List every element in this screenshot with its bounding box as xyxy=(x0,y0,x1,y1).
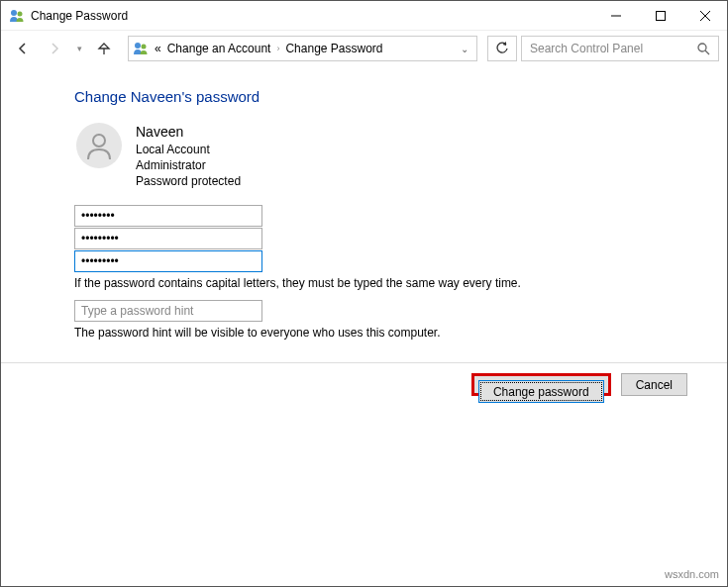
current-password-field[interactable] xyxy=(74,205,262,227)
chevron-right-icon: › xyxy=(276,44,279,53)
user-accounts-icon xyxy=(9,8,25,24)
svg-point-1 xyxy=(18,11,23,16)
password-hint-field[interactable] xyxy=(74,300,262,322)
svg-point-0 xyxy=(11,10,17,16)
forward-button[interactable] xyxy=(41,35,68,62)
new-password-field[interactable] xyxy=(74,228,262,249)
window: Change Password ▾ xyxy=(0,0,728,587)
svg-rect-3 xyxy=(656,11,665,20)
close-button[interactable] xyxy=(682,1,727,30)
up-button[interactable] xyxy=(90,35,118,62)
address-bar[interactable]: « Change an Account › Change Password ⌄ xyxy=(128,36,477,61)
footer-separator xyxy=(1,362,727,363)
svg-point-6 xyxy=(135,43,141,49)
user-role: Administrator xyxy=(136,157,241,173)
watermark: wsxdn.com xyxy=(665,568,719,580)
search-placeholder: Search Control Panel xyxy=(530,42,643,55)
maximize-button[interactable] xyxy=(638,1,682,30)
page-title: Change Naveen's password xyxy=(74,88,727,105)
search-icon xyxy=(697,43,710,55)
hint-note: The password hint will be visible to eve… xyxy=(74,326,727,340)
confirm-password-field[interactable] xyxy=(74,250,262,272)
back-button[interactable] xyxy=(9,35,37,62)
search-input[interactable]: Search Control Panel xyxy=(521,36,719,61)
user-info-block: Naveen Local Account Administrator Passw… xyxy=(76,123,727,189)
user-status: Password protected xyxy=(136,173,241,189)
change-password-button[interactable]: Change password xyxy=(478,380,604,403)
content-area: Change Naveen's password Naveen Local Ac… xyxy=(1,66,727,340)
avatar xyxy=(76,123,122,168)
window-title: Change Password xyxy=(31,9,128,23)
window-controls xyxy=(593,1,727,30)
svg-point-10 xyxy=(93,135,105,147)
breadcrumb-change-account[interactable]: Change an Account xyxy=(167,42,271,55)
user-info-text: Naveen Local Account Administrator Passw… xyxy=(136,123,241,189)
refresh-button[interactable] xyxy=(487,36,517,61)
svg-line-9 xyxy=(705,50,709,54)
titlebar: Change Password xyxy=(1,1,727,31)
button-row: Change password Cancel xyxy=(471,373,687,396)
user-accounts-icon xyxy=(133,41,149,56)
breadcrumb-prefix[interactable]: « xyxy=(155,42,161,55)
breadcrumb-change-password[interactable]: Change Password xyxy=(285,42,382,55)
cancel-button[interactable]: Cancel xyxy=(621,373,687,396)
highlight-box: Change password xyxy=(471,373,611,396)
recent-dropdown-icon[interactable]: ▾ xyxy=(72,35,86,62)
svg-point-7 xyxy=(142,45,147,49)
svg-point-8 xyxy=(698,44,706,51)
address-dropdown-icon[interactable]: ⌄ xyxy=(457,44,472,54)
user-name: Naveen xyxy=(136,123,241,142)
user-account-type: Local Account xyxy=(136,142,241,157)
navigation-bar: ▾ « Change an Account › Change Password … xyxy=(1,31,727,66)
caps-note: If the password contains capital letters… xyxy=(74,276,727,290)
minimize-button[interactable] xyxy=(593,1,638,30)
